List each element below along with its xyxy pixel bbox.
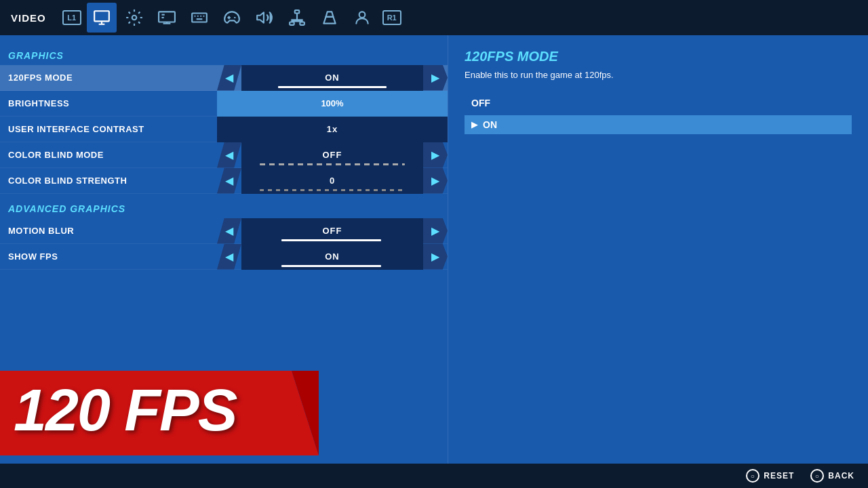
nav-profile-icon[interactable] [347,3,377,33]
arrow-left-show-fps[interactable]: ◀ [217,244,241,270]
arrow-left-colorblind-strength[interactable]: ◀ [217,168,241,194]
value-text-colorblind-mode: OFF [323,150,342,160]
nav-controller2-icon[interactable] [315,3,344,33]
arrow-left-motion-blur[interactable]: ◀ [217,218,241,244]
back-label: BACK [828,471,854,481]
settings-row-120fps: 120FPS MODE ◀ ON ▶ [0,65,448,91]
nav-monitor-icon[interactable] [87,3,117,33]
main-content: GRAPHICS 120FPS MODE ◀ ON ▶ BRIGHTNESS 1… [0,35,868,464]
value-120fps: ON [241,65,423,91]
value-colorblind-mode: OFF [241,142,423,168]
option-off[interactable]: OFF [465,94,852,113]
arrow-left-120fps[interactable]: ◀ [217,65,241,91]
label-show-fps: SHOW FPS [0,251,217,262]
svg-rect-12 [290,22,294,25]
back-button[interactable]: ○ BACK [810,469,854,483]
svg-rect-5 [192,14,207,22]
control-show-fps: ◀ ON ▶ [217,244,448,269]
svg-rect-11 [294,10,299,13]
detail-title: 120FPS MODE [465,49,852,64]
value-bar-colorblind-strength [260,189,405,191]
value-bar-motion-blur [281,239,381,241]
control-motion-blur: ◀ OFF ▶ [217,218,448,243]
svg-rect-2 [159,12,175,22]
value-text-colorblind-strength: 0 [330,176,335,186]
arrow-right-colorblind-mode[interactable]: ▶ [423,142,448,168]
value-text-120fps: ON [325,73,340,83]
label-contrast: USER INTERFACE CONTRAST [0,124,217,134]
svg-point-1 [132,16,136,20]
label-brightness: BRIGHTNESS [0,98,217,108]
page-title: VIDEO [11,12,46,24]
nav-gamepad-icon[interactable] [217,3,247,33]
reset-button[interactable]: ○ RESET [746,469,794,483]
value-brightness: 100% [321,98,343,108]
value-bar-120fps [278,86,387,88]
value-bar-colorblind-mode [260,163,405,165]
arrow-right-motion-blur[interactable]: ▶ [423,218,448,244]
label-colorblind-strength: COLOR BLIND STRENGTH [0,176,217,186]
svg-rect-0 [94,11,109,21]
value-motion-blur: OFF [241,218,423,244]
value-text-motion-blur: OFF [323,226,342,236]
value-colorblind-strength: 0 [241,168,423,194]
settings-row-colorblind-mode: COLOR BLIND MODE ◀ OFF ▶ [0,142,448,168]
settings-row-motion-blur: MOTION BLUR ◀ OFF ▶ [0,218,448,244]
reset-label: RESET [764,471,794,481]
value-text-show-fps: ON [325,251,340,262]
control-colorblind-strength: ◀ 0 ▶ [217,168,448,193]
nav-gear-icon[interactable] [119,3,149,33]
svg-point-14 [359,12,365,18]
nav-r1-icon[interactable]: R1 [382,10,401,25]
settings-row-brightness: BRIGHTNESS 100% [0,91,448,117]
value-bar-show-fps [281,265,381,267]
left-panel: GRAPHICS 120FPS MODE ◀ ON ▶ BRIGHTNESS 1… [0,35,448,464]
control-120fps: ◀ ON ▶ [217,65,448,90]
bottom-bar: ○ RESET ○ BACK [0,464,868,488]
value-contrast: 1x [327,124,338,134]
control-colorblind-mode: ◀ OFF ▶ [217,142,448,167]
right-panel: 120FPS MODE Enable this to run the game … [448,35,868,464]
label-colorblind-mode: COLOR BLIND MODE [0,150,217,160]
option-on-label: ON [483,119,497,130]
advanced-section-title: ADVANCED GRAPHICS [0,199,448,218]
svg-rect-13 [300,22,304,25]
settings-row-show-fps: SHOW FPS ◀ ON ▶ [0,244,448,270]
topbar: VIDEO L1 R1 [0,0,868,35]
option-on[interactable]: ▶ ON [465,115,852,134]
value-show-fps: ON [241,244,423,270]
nav-network-icon[interactable] [282,3,312,33]
reset-icon: ○ [746,469,760,483]
label-120fps: 120FPS MODE [0,73,217,83]
nav-keyboard-icon[interactable] [184,3,214,33]
detail-description: Enable this to run the game at 120fps. [465,70,852,80]
arrow-right-show-fps[interactable]: ▶ [423,244,448,270]
nav-speaker-icon[interactable] [250,3,279,33]
option-off-label: OFF [471,98,490,108]
arrow-right-120fps[interactable]: ▶ [423,65,448,91]
nav-display-icon[interactable] [152,3,182,33]
label-motion-blur: MOTION BLUR [0,226,217,236]
back-icon: ○ [810,469,824,483]
arrow-right-colorblind-strength[interactable]: ▶ [423,168,448,194]
settings-row-contrast: USER INTERFACE CONTRAST 1x [0,117,448,142]
option-on-arrow-icon: ▶ [471,120,477,129]
graphics-section-title: GRAPHICS [0,46,448,65]
control-brightness[interactable]: 100% [217,91,448,117]
settings-row-colorblind-strength: COLOR BLIND STRENGTH ◀ 0 ▶ [0,168,448,194]
nav-l1-icon[interactable]: L1 [62,10,81,25]
control-contrast[interactable]: 1x [217,117,448,142]
arrow-left-colorblind-mode[interactable]: ◀ [217,142,241,168]
